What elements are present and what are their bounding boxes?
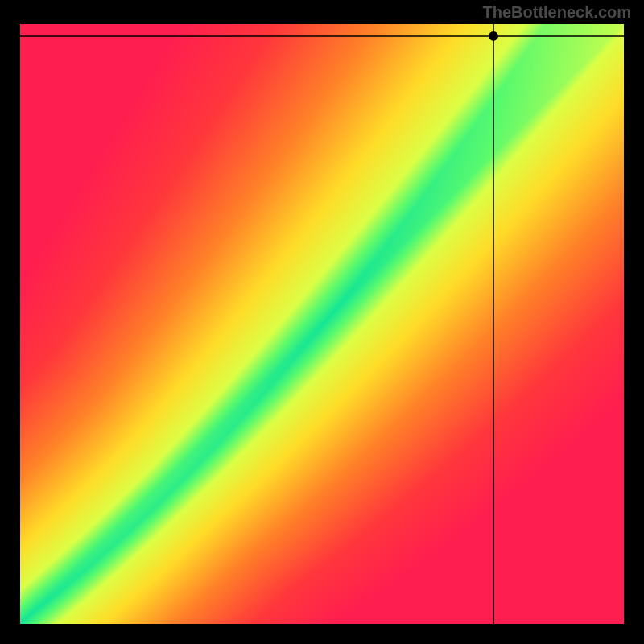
watermark-text: TheBottleneck.com [483,3,631,22]
chart-container: TheBottleneck.com [0,0,644,644]
heatmap-canvas [20,24,624,624]
plot-area [20,24,624,624]
